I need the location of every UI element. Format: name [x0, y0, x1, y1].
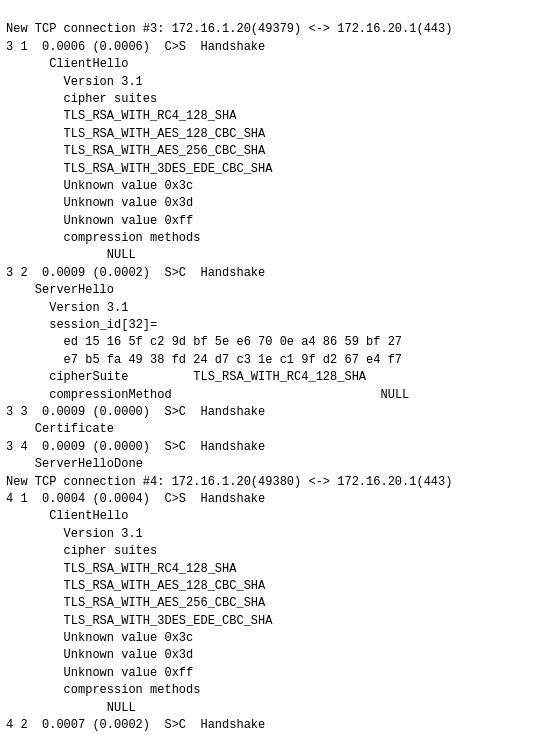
terminal-line: TLS_RSA_WITH_3DES_EDE_CBC_SHA [6, 613, 530, 630]
terminal-line: TLS_RSA_WITH_RC4_128_SHA [6, 561, 530, 578]
terminal-line: 3 2 0.0009 (0.0002) S>C Handshake [6, 265, 530, 282]
terminal-line: TLS_RSA_WITH_AES_256_CBC_SHA [6, 595, 530, 612]
terminal-line: cipher suites [6, 91, 530, 108]
terminal-line: TLS_RSA_WITH_AES_128_CBC_SHA [6, 578, 530, 595]
terminal-line: compressionMethod NULL [6, 387, 530, 404]
terminal-line: cipherSuite TLS_RSA_WITH_RC4_128_SHA [6, 369, 530, 386]
terminal-line: ClientHello [6, 56, 530, 73]
terminal-line: Unknown value 0x3d [6, 647, 530, 664]
terminal-line: TLS_RSA_WITH_RC4_128_SHA [6, 108, 530, 125]
terminal-line: TLS_RSA_WITH_3DES_EDE_CBC_SHA [6, 161, 530, 178]
terminal-line: New TCP connection #3: 172.16.1.20(49379… [6, 21, 530, 38]
terminal-line: Version 3.1 [6, 300, 530, 317]
terminal-line: 4 1 0.0004 (0.0004) C>S Handshake [6, 491, 530, 508]
terminal-line: Version 3.1 [6, 526, 530, 543]
terminal-line: compression methods [6, 230, 530, 247]
terminal-line: NULL [6, 700, 530, 717]
terminal-line: cipher suites [6, 543, 530, 560]
terminal-line: NULL [6, 247, 530, 264]
terminal-line: Certificate [6, 421, 530, 438]
terminal-line: ServerHello [6, 282, 530, 299]
terminal-line: Unknown value 0x3c [6, 178, 530, 195]
terminal-line: Version 3.1 [6, 74, 530, 91]
terminal-line: TLS_RSA_WITH_AES_128_CBC_SHA [6, 126, 530, 143]
terminal-line: compression methods [6, 682, 530, 699]
terminal-line: 3 1 0.0006 (0.0006) C>S Handshake [6, 39, 530, 56]
terminal-line: 3 4 0.0009 (0.0000) S>C Handshake [6, 439, 530, 456]
terminal-line: e7 b5 fa 49 38 fd 24 d7 c3 1e c1 9f d2 6… [6, 352, 530, 369]
terminal-content: New TCP connection #3: 172.16.1.20(49379… [6, 4, 530, 736]
terminal-line: Unknown value 0xff [6, 665, 530, 682]
terminal-line: ClientHello [6, 508, 530, 525]
terminal-line: TLS_RSA_WITH_AES_256_CBC_SHA [6, 143, 530, 160]
terminal-line: New TCP connection #4: 172.16.1.20(49380… [6, 474, 530, 491]
terminal-line: session_id[32]= [6, 317, 530, 334]
terminal-line: ed 15 16 5f c2 9d bf 5e e6 70 0e a4 86 5… [6, 334, 530, 351]
terminal-line: 4 2 0.0007 (0.0002) S>C Handshake [6, 717, 530, 734]
terminal-line: Unknown value 0x3c [6, 630, 530, 647]
terminal-line: 3 3 0.0009 (0.0000) S>C Handshake [6, 404, 530, 421]
terminal-line: Unknown value 0xff [6, 213, 530, 230]
terminal-line: ServerHelloDone [6, 456, 530, 473]
terminal-line: Unknown value 0x3d [6, 195, 530, 212]
